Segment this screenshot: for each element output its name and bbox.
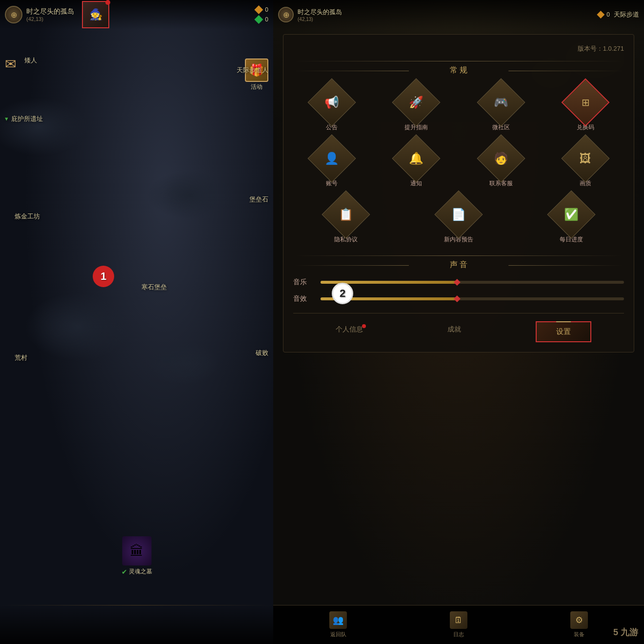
location-info: 时之尽头的孤岛 (42,13) [26, 7, 74, 22]
nav-log[interactable]: 🗓 日志 [450, 611, 467, 638]
menu-item-quality[interactable]: 🖼 画质 [547, 141, 624, 188]
account-icon: 👤 [324, 152, 339, 165]
right-resources: 0 [597, 11, 610, 19]
step-badge-2: 2 [332, 283, 353, 304]
settings-panel: 版本号：1.0.271 常 规 📢 公告 🚀 提升指南 🎮 微社区 [283, 34, 634, 352]
sfx-thumb[interactable] [454, 295, 461, 302]
announcement-icon: 📢 [324, 96, 339, 109]
right-location-info: 时之尽头的孤岛 (42,13) [298, 8, 342, 22]
right-skybridge-label: 天际步道 [614, 10, 639, 19]
terrain-3 [24, 293, 132, 361]
right-compass-icon[interactable]: ⊕ [278, 7, 294, 22]
preview-diamond: 📄 [434, 191, 483, 239]
alchemy-label: 炼金工坊 [15, 212, 40, 221]
tab-settings-button[interactable]: 设置 [536, 321, 591, 342]
music-thumb[interactable] [454, 279, 461, 286]
portrait-dot [105, 0, 110, 5]
menu-item-announcement[interactable]: 📢 公告 [293, 85, 370, 132]
right-panel: ⊕ 时之尽头的孤岛 (42,13) 0 天际步道 版本号：1.0.271 常 规… [273, 0, 644, 644]
log-label: 日志 [453, 631, 464, 638]
menu-item-preview[interactable]: 📄 新内容预告 [406, 197, 511, 244]
menu-item-notification[interactable]: 🔔 通知 [378, 141, 455, 188]
terrain-4 [146, 341, 220, 385]
menu-grid-row2: 👤 账号 🔔 通知 🧑 联系客服 🖼 画质 [293, 141, 624, 188]
tab-achievement-label: 成就 [447, 325, 461, 334]
right-location-name: 时之尽头的孤岛 [298, 8, 342, 17]
personal-dot [362, 324, 366, 328]
menu-item-redeem[interactable]: ⊞ 兑换码 [547, 85, 624, 132]
soul-grave-label: ✔ 灵魂之墓 [121, 567, 152, 576]
nav-team[interactable]: 👥 返回队 [329, 611, 347, 638]
character-portrait[interactable]: 🧙 [82, 1, 109, 28]
skybridge-label: 天际步道人 [237, 66, 268, 75]
guide-icon: 🚀 [409, 96, 423, 109]
soul-grave-area: 🏛 ✔ 灵魂之墓 [121, 536, 152, 576]
quality-icon: 🖼 [580, 152, 591, 165]
tab-personal-label: 个人信息 [336, 325, 363, 334]
preview-icon: 📄 [451, 208, 466, 221]
quality-diamond: 🖼 [562, 135, 610, 183]
menu-item-account[interactable]: 👤 账号 [293, 141, 370, 188]
privacy-icon: 📋 [339, 208, 353, 221]
mail-icon[interactable]: ✉ [5, 56, 16, 72]
right-topbar: ⊕ 时之尽头的孤岛 (42,13) 0 天际步道 [273, 0, 644, 29]
tab-row: 个人信息 成就 设置 [293, 313, 624, 342]
right-location-coords: (42,13) [298, 17, 342, 22]
sfx-slider[interactable] [321, 297, 624, 300]
team-label: 返回队 [330, 631, 346, 638]
nav-equipment[interactable]: ⚙ 装备 [570, 611, 588, 638]
general-section-header: 常 规 [293, 65, 624, 76]
right-res-count: 0 [606, 11, 610, 18]
menu-item-daily[interactable]: ✅ 每日进度 [519, 197, 624, 244]
right-bottom-nav: 👥 返回队 🗓 日志 ⚙ 装备 5 九游 [273, 605, 644, 644]
wild-village-label: 荒村 [15, 353, 27, 362]
sound-section-header: 声 音 [293, 260, 624, 270]
left-topbar: ⊕ 时之尽头的孤岛 (42,13) 🧙 0 0 [0, 0, 273, 29]
log-icon: 🗓 [450, 611, 467, 629]
version-text: 版本号：1.0.271 [293, 44, 624, 53]
watermark: 5 九游 [613, 626, 638, 638]
activity-button[interactable]: 🎁 活动 [245, 59, 268, 91]
privacy-diamond: 📋 [322, 191, 370, 239]
notification-diamond: 🔔 [392, 135, 441, 183]
terrain-2 [146, 171, 234, 219]
location-name: 时之尽头的孤岛 [26, 7, 74, 16]
guide-diamond: 🚀 [392, 78, 441, 127]
tab-achievement[interactable]: 成就 [438, 321, 471, 342]
divider-top [293, 61, 624, 61]
daily-diamond: ✅ [547, 191, 596, 239]
support-icon: 🧑 [494, 152, 508, 165]
menu-item-guide[interactable]: 🚀 提升指南 [378, 85, 455, 132]
left-bottom-nav [0, 605, 273, 644]
shelter-label: ▾ 庇护所遗址 [5, 115, 43, 123]
left-panel: ⊕ 时之尽头的孤岛 (42,13) 🧙 0 0 ✉ 矮人 🎁 活动 天际步 [0, 0, 273, 644]
account-diamond: 👤 [307, 135, 356, 183]
team-icon: 👥 [329, 611, 347, 629]
broken-label: 破败 [256, 349, 268, 357]
equipment-icon: ⚙ [570, 611, 588, 629]
gem-count: 0 [265, 16, 268, 23]
currency-item: 0 [254, 5, 268, 14]
community-diamond: 🎮 [477, 78, 525, 127]
compass-icon[interactable]: ⊕ [5, 6, 22, 23]
tab-settings-label: 设置 [556, 327, 571, 335]
gem-item: 0 [254, 15, 268, 24]
fortress-label: 堡垒石 [249, 195, 268, 204]
tab-personal-info[interactable]: 个人信息 [326, 321, 373, 342]
menu-item-support[interactable]: 🧑 联系客服 [463, 141, 540, 188]
menu-item-privacy[interactable]: 📋 隐私协议 [293, 197, 398, 244]
community-icon: 🎮 [494, 96, 508, 109]
activity-label: 活动 [251, 83, 262, 91]
location-coords: (42,13) [26, 16, 74, 22]
redeem-diamond: ⊞ [562, 78, 610, 127]
currency-count: 0 [265, 6, 268, 13]
music-slider[interactable] [321, 281, 624, 284]
char-name-label: 矮人 [24, 56, 37, 65]
menu-item-community[interactable]: 🎮 微社区 [463, 85, 540, 132]
divider-sound [293, 255, 624, 256]
music-label: 音乐 [293, 278, 313, 287]
daily-icon: ✅ [564, 208, 579, 221]
coldstone-label: 寒石堡垒 [141, 283, 167, 292]
menu-grid-row1: 📢 公告 🚀 提升指南 🎮 微社区 ⊞ 兑换码 [293, 85, 624, 132]
support-diamond: 🧑 [477, 135, 525, 183]
